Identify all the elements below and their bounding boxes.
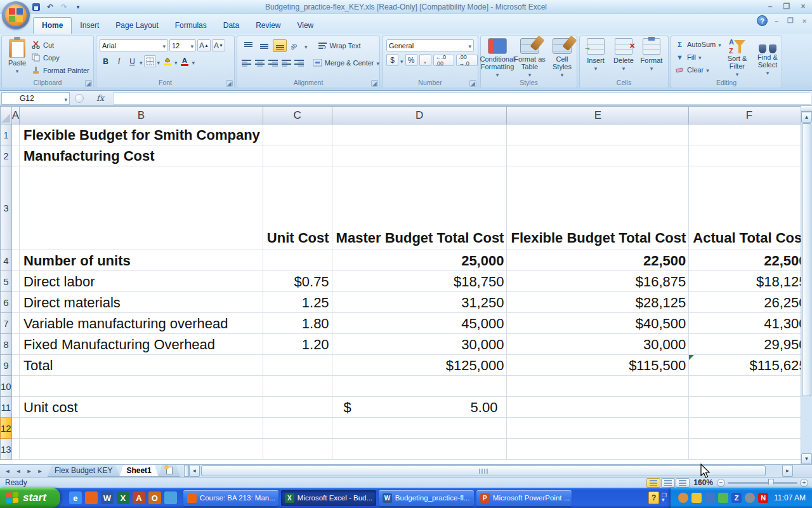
close-button[interactable]: × bbox=[797, 1, 809, 11]
row-header-12[interactable]: 12 bbox=[1, 418, 12, 439]
horizontal-scrollbar-thumb[interactable] bbox=[201, 465, 766, 476]
cell-F11[interactable] bbox=[689, 397, 801, 418]
minimize-button[interactable]: – bbox=[764, 1, 776, 11]
cell-B9[interactable]: Total bbox=[20, 355, 263, 376]
ribbon-tab-page-layout[interactable]: Page Layout bbox=[107, 18, 166, 34]
cell-E11[interactable] bbox=[507, 397, 689, 418]
merge-center-button[interactable]: Merge & Center bbox=[311, 59, 379, 67]
redo-button[interactable]: ↷ bbox=[58, 1, 70, 13]
messenger-icon[interactable] bbox=[678, 493, 688, 503]
tray-expand-icon[interactable]: ❐▾ bbox=[662, 493, 667, 502]
shrink-font-button[interactable]: A▼ bbox=[212, 39, 225, 51]
cell-D8[interactable]: 30,000 bbox=[332, 334, 507, 355]
task-button-powerpoint[interactable]: PMicrosoft PowerPoint ... bbox=[476, 490, 572, 506]
decrease-indent-button[interactable] bbox=[280, 57, 292, 69]
cell-E1[interactable] bbox=[507, 124, 689, 145]
cell-E8[interactable]: 30,000 bbox=[507, 334, 689, 355]
undo-button[interactable]: ↶ bbox=[44, 1, 56, 13]
column-header-F[interactable]: F bbox=[689, 107, 801, 124]
restore-button[interactable]: ❐ bbox=[780, 1, 793, 11]
cell-F1[interactable] bbox=[689, 124, 801, 145]
workbook-close-button[interactable]: × bbox=[799, 17, 809, 25]
cell-C6[interactable]: 1.25 bbox=[263, 292, 332, 313]
grow-font-button[interactable]: A▲ bbox=[197, 39, 211, 51]
cell-A9[interactable] bbox=[11, 355, 19, 376]
select-all-corner[interactable] bbox=[1, 107, 12, 124]
cell-D10[interactable] bbox=[332, 376, 507, 397]
cell-A4[interactable] bbox=[11, 250, 19, 271]
spreadsheet-grid[interactable]: ABCDEFGH1Flexible Budget for Smith Compa… bbox=[0, 106, 801, 464]
font-color-dropdown-icon[interactable] bbox=[192, 56, 195, 67]
cell-D9[interactable]: $125,000 bbox=[332, 355, 507, 376]
page-layout-view-button[interactable] bbox=[661, 478, 675, 488]
row-header-10[interactable]: 10 bbox=[1, 376, 12, 397]
cell-E7[interactable]: $40,500 bbox=[507, 313, 689, 334]
access-icon[interactable]: A bbox=[133, 491, 145, 504]
cell-D13[interactable] bbox=[332, 439, 507, 460]
audio-icon[interactable] bbox=[745, 493, 755, 503]
workbook-restore-button[interactable]: ❐ bbox=[785, 17, 796, 25]
cell-B12[interactable] bbox=[20, 418, 263, 439]
cell-C1[interactable] bbox=[263, 124, 332, 145]
cell-F7[interactable]: 41,300 bbox=[689, 313, 801, 334]
internet-explorer-icon[interactable]: e bbox=[69, 491, 82, 504]
page-break-view-button[interactable] bbox=[676, 478, 690, 488]
row-header-9[interactable]: 9 bbox=[1, 355, 12, 376]
zoom-level[interactable]: 160% bbox=[693, 478, 713, 487]
paste-button[interactable]: Paste bbox=[4, 39, 30, 78]
tab-scroll-splitter[interactable] bbox=[184, 465, 189, 477]
row-header-3[interactable]: 3 bbox=[1, 166, 12, 250]
cell-F3[interactable]: Actual Total Cost bbox=[689, 166, 801, 250]
cell-C8[interactable]: 1.20 bbox=[263, 334, 332, 355]
cell-A7[interactable] bbox=[11, 313, 19, 334]
format-cells-button[interactable]: Format bbox=[638, 38, 665, 79]
ribbon-tab-formulas[interactable]: Formulas bbox=[167, 18, 215, 34]
cell-E6[interactable]: $28,125 bbox=[507, 292, 689, 313]
middle-align-button[interactable] bbox=[257, 39, 271, 52]
cell-A2[interactable] bbox=[11, 145, 19, 166]
cell-A5[interactable] bbox=[11, 271, 19, 292]
firefox-icon[interactable] bbox=[85, 491, 98, 504]
percent-style-button[interactable]: % bbox=[405, 54, 417, 66]
cell-D1[interactable] bbox=[332, 124, 507, 145]
scroll-left-icon[interactable]: ◄ bbox=[189, 465, 200, 477]
cell-E13[interactable] bbox=[507, 439, 689, 460]
cell-E5[interactable]: $16,875 bbox=[507, 271, 689, 292]
help-icon[interactable]: ? bbox=[757, 15, 768, 26]
row-header-6[interactable]: 6 bbox=[1, 292, 12, 313]
sort-filter-button[interactable]: AZ Sort & Filter bbox=[722, 38, 752, 79]
z-app-icon[interactable]: Z bbox=[731, 493, 742, 503]
explorer-icon[interactable] bbox=[164, 491, 177, 504]
orientation-button[interactable]: ab bbox=[289, 39, 303, 52]
column-header-B[interactable]: B bbox=[20, 107, 263, 124]
word-icon[interactable]: W bbox=[101, 491, 114, 504]
column-header-D[interactable]: D bbox=[332, 107, 507, 124]
cell-A1[interactable] bbox=[11, 124, 19, 145]
bottom-align-button[interactable] bbox=[273, 39, 287, 52]
last-sheet-icon[interactable]: ► bbox=[35, 468, 45, 474]
cell-E3[interactable]: Flexible Budget Total Cost bbox=[507, 166, 689, 250]
cell-D12[interactable] bbox=[332, 418, 507, 439]
ribbon-tab-insert[interactable]: Insert bbox=[72, 18, 107, 34]
font-dialog-launcher-icon[interactable]: ◢ bbox=[226, 80, 233, 87]
row-header-4[interactable]: 4 bbox=[1, 250, 12, 271]
underline-dropdown-icon[interactable] bbox=[140, 56, 143, 67]
accounting-format-button[interactable]: $ bbox=[386, 54, 398, 66]
orientation-dropdown-icon[interactable] bbox=[304, 40, 308, 51]
cell-D7[interactable]: 45,000 bbox=[332, 313, 507, 334]
cell-E12[interactable] bbox=[507, 418, 689, 439]
fill-color-dropdown-icon[interactable] bbox=[174, 56, 178, 67]
cell-B1[interactable]: Flexible Budget for Smith Company bbox=[20, 124, 263, 145]
cell-A13[interactable] bbox=[11, 439, 19, 460]
font-name-combo[interactable]: Arial bbox=[100, 39, 168, 51]
find-select-button[interactable]: Find & Select bbox=[752, 38, 783, 79]
cell-C13[interactable] bbox=[263, 439, 332, 460]
cell-E4[interactable]: 22,500 bbox=[507, 250, 689, 271]
cell-B8[interactable]: Fixed Manufacturing Overhead bbox=[20, 334, 263, 355]
name-box-dropdown-icon[interactable] bbox=[64, 95, 67, 104]
vertical-split-handle[interactable] bbox=[801, 106, 812, 112]
normal-view-button[interactable] bbox=[646, 478, 660, 488]
sheet-tab-flex-budget-key[interactable]: Flex Budget KEY bbox=[48, 465, 119, 477]
number-format-combo[interactable]: General bbox=[386, 39, 474, 51]
netsupport-icon[interactable]: N bbox=[758, 493, 768, 503]
